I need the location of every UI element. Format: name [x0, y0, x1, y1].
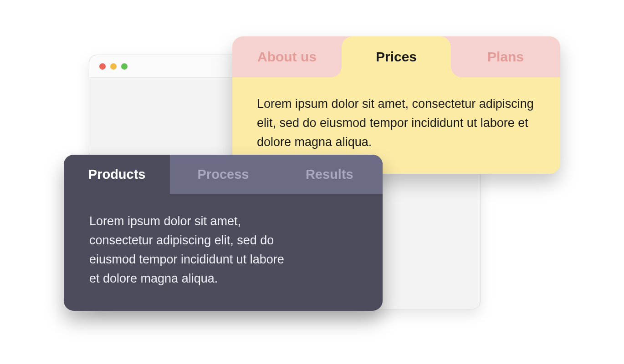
tab-label: Prices: [376, 49, 417, 65]
tab-label: Results: [306, 167, 353, 182]
light-tab-panel: About us Prices Plans Lorem ipsum dolor …: [232, 36, 560, 174]
tab-label: About us: [257, 49, 317, 65]
tab-products[interactable]: Products: [64, 155, 170, 194]
tab-process[interactable]: Process: [170, 155, 276, 194]
tab-results[interactable]: Results: [276, 155, 383, 194]
tab-plans[interactable]: Plans: [451, 36, 560, 77]
light-tab-bar: About us Prices Plans: [232, 36, 560, 77]
tab-prices[interactable]: Prices: [342, 36, 451, 77]
dark-tab-panel: Products Process Results Lorem ipsum dol…: [64, 155, 383, 311]
minimize-icon[interactable]: [110, 63, 117, 70]
maximize-icon[interactable]: [121, 63, 128, 70]
tab-about-us[interactable]: About us: [232, 36, 342, 77]
tab-label: Plans: [487, 49, 524, 65]
dark-tab-content: Lorem ipsum dolor sit amet, consectetur …: [64, 194, 319, 311]
tab-label: Process: [198, 167, 249, 182]
close-icon[interactable]: [99, 63, 106, 70]
dark-tab-bar: Products Process Results: [64, 155, 383, 194]
tab-label: Products: [88, 167, 146, 182]
